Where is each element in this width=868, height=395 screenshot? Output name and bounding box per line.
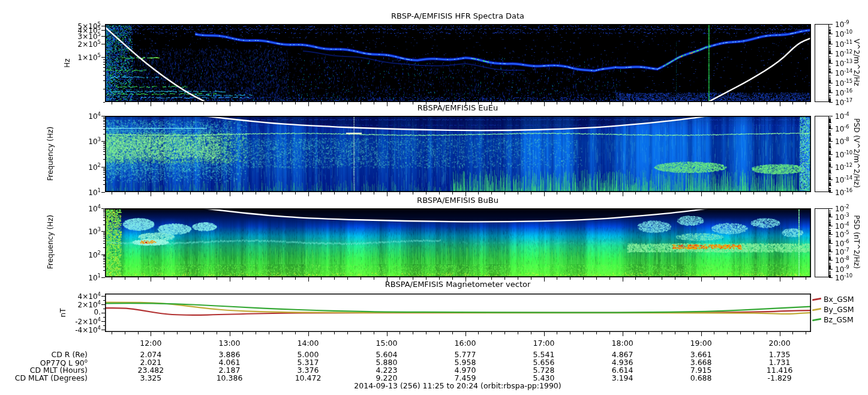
colorbar-unit-euEu: PSD (V^2/m^2/Hz): [852, 118, 861, 188]
colorbar-tick-label: 10-13: [835, 59, 852, 68]
panel-title-magnetometer: RBSPA/EMFISIS Magnetometer vector: [385, 280, 531, 289]
table-value: -1.829: [767, 374, 791, 382]
y-tick-label: 1×105: [78, 53, 101, 62]
time-tick-label: 14:00: [297, 339, 319, 348]
y-tick-label: -2×104: [75, 317, 101, 326]
colorbar-tick-label: 10-10: [835, 29, 852, 38]
legend-label-bz: Bz_GSM: [824, 315, 854, 324]
time-tick-label: 13:00: [218, 339, 240, 348]
legend-entry-bz: Bz_GSM: [812, 315, 854, 325]
time-tick-label: 15:00: [376, 339, 397, 348]
y-axis-label-euEu: Frequency (Hz): [46, 127, 55, 181]
y-tick-label: 2×105: [78, 40, 101, 49]
colorbar-tick-label: 10-10: [835, 273, 852, 282]
y-axis-label-magnetometer: nT: [59, 309, 67, 318]
table-value: 5.430: [533, 374, 555, 382]
y-tick-label: 102: [88, 250, 101, 259]
hfr-colorbar: [815, 24, 829, 102]
euEu-colorbar: [815, 116, 829, 192]
emfisis-spectra-figure: RBSP-A/EMFISIS HFR Spectra Data RBSPA/EM…: [0, 0, 868, 395]
legend-swatch-bz: [812, 318, 821, 321]
legend-entry-bx: Bx_GSM: [812, 294, 854, 304]
legend-label-by: By_GSM: [824, 305, 854, 314]
colorbar-tick-label: 10-15: [835, 79, 852, 88]
table-value: 3.194: [612, 374, 633, 382]
y-tick-label: 101: [88, 188, 101, 197]
y-tick-label: 104: [88, 204, 101, 213]
table-value: 0.688: [690, 374, 712, 382]
time-tick-label: 16:00: [454, 339, 476, 348]
colorbar-tick-label: 10-8: [835, 137, 849, 146]
time-tick-label: 18:00: [612, 339, 633, 348]
legend-swatch-by: [812, 308, 821, 311]
table-row-label: CD R (Re): [51, 351, 88, 359]
y-tick-label: 101: [88, 273, 101, 282]
table-value: 7.459: [455, 374, 476, 382]
table-value: 3.325: [140, 374, 161, 382]
magnetometer-legend: Bx_GSM By_GSM Bz_GSM: [812, 294, 854, 325]
colorbar-tick-label: 10-12: [835, 163, 852, 172]
colorbar-tick-label: 10-16: [835, 188, 852, 197]
y-tick-label: 103: [88, 227, 101, 236]
colorbar-tick-label: 10-6: [835, 124, 849, 133]
buBu-spectrogram-canvas: [105, 208, 811, 277]
y-tick-label: 0.: [94, 309, 101, 316]
panel-title-hfr: RBSP-A/EMFISIS HFR Spectra Data: [391, 11, 524, 20]
time-tick-label: 17:00: [533, 339, 554, 348]
buBu-colorbar: [815, 208, 829, 277]
table-value: 9.220: [376, 374, 398, 382]
colorbar-tick-label: 10-10: [835, 150, 852, 159]
colorbar-tick-label: 10-14: [835, 175, 852, 184]
time-tick-label: 12:00: [140, 339, 161, 348]
hfr-spectrogram-canvas: [105, 24, 811, 102]
y-tick-label: 104: [88, 112, 101, 121]
colorbar-tick-label: 10-9: [835, 20, 849, 29]
magnetometer-plot-canvas: [105, 294, 811, 332]
time-tick-label: 19:00: [690, 339, 712, 348]
colorbar-tick-label: 10-11: [835, 40, 852, 49]
y-tick-label: -4×104: [75, 325, 101, 334]
colorbar-unit-hfr: V^2/m^2/Hz: [852, 39, 861, 86]
y-tick-label: 102: [88, 163, 101, 172]
euEu-spectrogram-canvas: [105, 116, 811, 192]
colorbar-tick-label: 10-14: [835, 68, 852, 77]
time-tick-label: 20:00: [769, 339, 791, 348]
panel-title-buBu: RBSPA/EMFISIS BuBu: [417, 196, 498, 205]
legend-swatch-bx: [812, 298, 821, 301]
table-value: 10.472: [295, 374, 322, 382]
colorbar-tick-label: 10-4: [835, 112, 849, 121]
time-range-footer: 2014-09-13 (256) 11:25 to 20:24 (orbit:r…: [354, 381, 561, 390]
legend-label-bx: Bx_GSM: [824, 295, 854, 304]
table-row-label: CD MLAT (Degrees): [15, 374, 88, 382]
panel-title-euEu: RBSPA/EMFISIS EuEu: [418, 103, 498, 112]
y-axis-label-buBu: Frequency (Hz): [46, 215, 55, 270]
table-value: 10.386: [217, 374, 243, 382]
colorbar-tick-label: 10-12: [835, 49, 852, 58]
y-tick-label: 103: [88, 137, 101, 146]
colorbar-tick-label: 10-17: [835, 98, 852, 107]
legend-entry-by: By_GSM: [812, 304, 854, 315]
colorbar-tick-label: 10-16: [835, 88, 852, 97]
colorbar-unit-buBu: PSD (nT^2/Hz): [852, 215, 861, 268]
y-axis-label-hfr: Hz: [63, 58, 71, 67]
